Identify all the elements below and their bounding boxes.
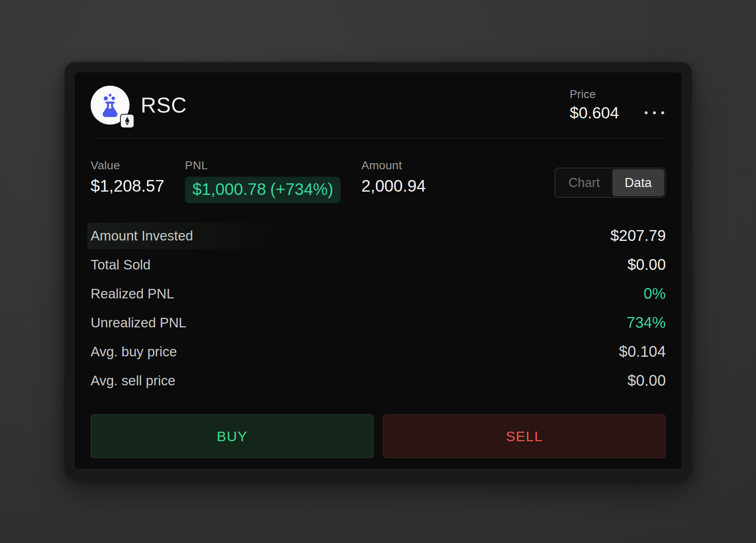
row-value: $0.104 bbox=[619, 343, 666, 360]
ethereum-icon bbox=[124, 116, 130, 126]
token-avatar bbox=[91, 86, 130, 125]
card-header: RSC Price $0.604 bbox=[91, 72, 666, 138]
ellipsis-icon bbox=[661, 111, 664, 114]
tab-data[interactable]: Data bbox=[612, 169, 664, 196]
ellipsis-icon bbox=[653, 111, 656, 114]
pnl-percent: (+734%) bbox=[270, 180, 333, 199]
token-position-card: RSC Price $0.604 Value $1,208.57 PNL bbox=[65, 62, 692, 479]
row-value: $207.79 bbox=[610, 227, 666, 245]
row-label: Amount Invested bbox=[91, 228, 193, 244]
details-list: Amount Invested $207.79 Total Sold $0.00… bbox=[91, 221, 666, 395]
chart-data-toggle: Chart Data bbox=[554, 168, 666, 198]
row-avg-buy-price: Avg. buy price $0.104 bbox=[91, 337, 666, 366]
tab-chart[interactable]: Chart bbox=[556, 169, 612, 196]
row-realized-pnl: Realized PNL 0% bbox=[91, 279, 666, 308]
price-block: Price $0.604 bbox=[570, 88, 619, 122]
row-label: Total Sold bbox=[91, 257, 151, 273]
row-value: 734% bbox=[626, 314, 666, 332]
value-label: Value bbox=[91, 159, 164, 172]
action-buttons: BUY SELL bbox=[91, 414, 666, 458]
sell-button[interactable]: SELL bbox=[383, 414, 666, 458]
stat-pnl: PNL $1,000.78(+734%) bbox=[185, 159, 341, 203]
row-amount-invested: Amount Invested $207.79 bbox=[91, 221, 666, 250]
row-value: $0.00 bbox=[627, 256, 666, 274]
row-label: Realized PNL bbox=[91, 286, 174, 302]
row-value: $0.00 bbox=[627, 372, 666, 389]
pnl-amount: $1,000.78 bbox=[192, 180, 266, 199]
more-options-button[interactable] bbox=[643, 110, 666, 116]
row-total-sold: Total Sold $0.00 bbox=[91, 250, 666, 279]
row-value: 0% bbox=[644, 285, 666, 303]
row-label: Unrealized PNL bbox=[91, 315, 186, 331]
stats-row: Value $1,208.57 PNL $1,000.78(+734%) Amo… bbox=[91, 138, 666, 203]
card-inner-panel: RSC Price $0.604 Value $1,208.57 PNL bbox=[75, 72, 682, 469]
buy-button[interactable]: BUY bbox=[91, 414, 374, 458]
amount-value: 2,000.94 bbox=[361, 177, 426, 195]
pnl-label: PNL bbox=[185, 159, 341, 172]
ellipsis-icon bbox=[645, 111, 648, 114]
amount-label: Amount bbox=[361, 159, 426, 172]
price-label: Price bbox=[570, 88, 619, 101]
token-symbol: RSC bbox=[141, 93, 187, 118]
row-avg-sell-price: Avg. sell price $0.00 bbox=[91, 366, 666, 395]
row-label: Avg. buy price bbox=[91, 344, 177, 360]
header-right: Price $0.604 bbox=[570, 88, 666, 122]
flask-icon bbox=[96, 91, 124, 119]
stat-value: Value $1,208.57 bbox=[91, 159, 164, 195]
pnl-pill: $1,000.78(+734%) bbox=[185, 177, 341, 203]
network-badge bbox=[121, 115, 134, 127]
price-value: $0.604 bbox=[570, 104, 619, 122]
row-unrealized-pnl: Unrealized PNL 734% bbox=[91, 308, 666, 337]
value-amount: $1,208.57 bbox=[91, 177, 164, 195]
row-label: Avg. sell price bbox=[91, 373, 175, 389]
stat-amount: Amount 2,000.94 bbox=[361, 159, 426, 195]
